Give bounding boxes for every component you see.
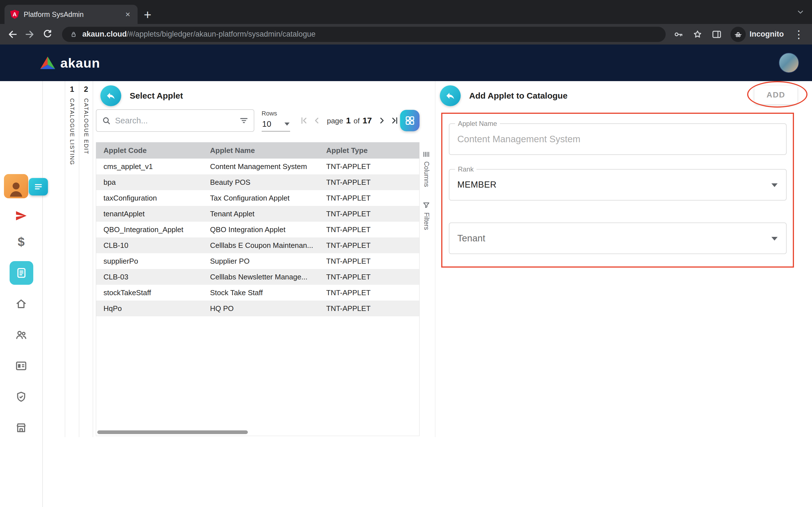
column-header[interactable]: Applet Type xyxy=(325,146,419,155)
next-page-button[interactable] xyxy=(376,115,387,126)
url-text: akaun.cloud/#/applets/bigledger/akaun-pl… xyxy=(82,30,315,39)
table-row[interactable]: cms_applet_v1Content Management SystemTN… xyxy=(96,159,419,174)
dollar-icon[interactable]: $ xyxy=(18,235,24,249)
reply-arrow-icon xyxy=(106,91,116,101)
table-row[interactable]: tenantAppletTenant AppletTNT-APPLET xyxy=(96,206,419,222)
step-tabs: 1 CATALOGUE LISTING 2 CATALOGUE EDIT xyxy=(65,81,93,437)
akaun-triangle-icon xyxy=(39,55,56,70)
tab-title: Platform SysAdmin xyxy=(24,10,123,18)
back-button-select-applet[interactable] xyxy=(100,86,121,106)
columns-icon xyxy=(422,150,430,159)
tab-catalogue-edit[interactable]: 2 CATALOGUE EDIT xyxy=(79,81,93,437)
search-box[interactable] xyxy=(96,109,254,132)
grid-icon xyxy=(404,115,416,126)
table-row[interactable]: CLB-03Celllabs Newsletter Manage...TNT-A… xyxy=(96,269,419,285)
page-indicator: page 1 of 17 xyxy=(327,116,372,125)
browser-menu-icon[interactable]: ⋮ xyxy=(792,29,805,40)
lock-icon xyxy=(69,30,78,39)
tenant-select[interactable]: Tenant xyxy=(449,223,786,254)
last-page-button[interactable] xyxy=(389,115,400,126)
horizontal-scrollbar[interactable] xyxy=(97,431,248,434)
paper-plane-icon[interactable] xyxy=(15,209,28,222)
workspace: $ 1 CATALOGUE LISTING xyxy=(0,81,812,507)
table-header: Applet Code Applet Name Applet Type xyxy=(96,142,419,159)
rank-value: MEMBER xyxy=(449,170,786,200)
tab-search-chevron-icon[interactable] xyxy=(796,8,805,16)
browser-tab[interactable]: A Platform SysAdmin × xyxy=(4,5,138,24)
pagination: page 1 of 17 xyxy=(299,115,400,126)
applet-name-value: Content Management System xyxy=(449,124,786,154)
browser-toolbar: akaun.cloud/#/applets/bigledger/akaun-pl… xyxy=(0,24,812,45)
back-button-add-applet[interactable] xyxy=(440,86,461,106)
prev-page-button[interactable] xyxy=(312,115,322,126)
incognito-icon xyxy=(730,27,746,42)
password-key-icon[interactable] xyxy=(673,29,684,40)
column-header[interactable]: Applet Name xyxy=(209,146,325,155)
grid-view-button[interactable] xyxy=(400,110,419,131)
add-applet-panel: Add Applet to Catalogue ADD Applet Name … xyxy=(440,81,796,507)
new-tab-button[interactable]: + xyxy=(144,8,151,21)
first-page-button[interactable] xyxy=(299,115,309,126)
logo-text: akaun xyxy=(60,55,100,71)
panel-title: Add Applet to Catalogue xyxy=(469,91,567,101)
profile-avatar[interactable] xyxy=(4,174,28,198)
tab-close-icon[interactable]: × xyxy=(123,9,132,20)
side-panel-icon[interactable] xyxy=(711,29,722,40)
akaun-logo: akaun xyxy=(39,55,100,71)
tab-catalogue-listing[interactable]: 1 CATALOGUE LISTING xyxy=(65,81,79,437)
column-header[interactable]: Applet Code xyxy=(96,146,209,155)
table-row[interactable]: stockTakeStaffStock Take StaffTNT-APPLET xyxy=(96,285,419,300)
sidebar: $ xyxy=(0,81,43,507)
columns-toggle[interactable]: Columns xyxy=(422,150,430,187)
address-bar[interactable]: akaun.cloud/#/applets/bigledger/akaun-pl… xyxy=(62,27,666,42)
applet-name-field[interactable]: Applet Name Content Management System xyxy=(449,123,786,155)
reload-button[interactable] xyxy=(42,29,53,40)
angular-favicon-icon: A xyxy=(10,10,19,19)
app-header: akaun xyxy=(0,45,812,81)
add-button[interactable]: ADD xyxy=(755,86,797,104)
filter-list-icon[interactable] xyxy=(239,116,249,125)
people-icon[interactable] xyxy=(15,328,28,341)
filters-toggle[interactable]: Filters xyxy=(422,201,430,230)
rows-per-page-control: Rows 10 xyxy=(262,110,290,131)
storefront-icon[interactable] xyxy=(15,421,28,434)
rank-select[interactable]: Rank MEMBER xyxy=(449,169,786,201)
forward-button[interactable] xyxy=(24,29,36,40)
home-icon[interactable] xyxy=(15,297,28,311)
search-icon xyxy=(101,116,111,125)
table-row[interactable]: bpaBeauty POSTNT-APPLET xyxy=(96,174,419,190)
funnel-icon xyxy=(422,201,430,210)
dropdown-caret-icon xyxy=(771,237,777,240)
bookmark-star-icon[interactable] xyxy=(692,29,703,40)
incognito-badge: Incognito xyxy=(730,27,784,42)
user-avatar[interactable] xyxy=(779,53,799,73)
table-row[interactable]: CLB-10Celllabs E Coupon Maintenan...TNT-… xyxy=(96,237,419,253)
table-row[interactable]: supplierPoSupplier POTNT-APPLET xyxy=(96,253,419,269)
rows-select[interactable]: 10 xyxy=(262,117,290,131)
cards-icon[interactable] xyxy=(15,359,28,372)
table-row[interactable]: QBO_Integration_AppletQBO Integration Ap… xyxy=(96,222,419,237)
applet-table: Applet Code Applet Name Applet Type cms_… xyxy=(96,142,419,436)
reply-arrow-icon xyxy=(445,91,455,101)
menu-toggle-icon[interactable] xyxy=(29,178,48,195)
table-row[interactable]: HqPoHQ POTNT-APPLET xyxy=(96,300,419,316)
dropdown-caret-icon xyxy=(771,183,777,187)
tenant-placeholder: Tenant xyxy=(449,223,786,253)
shield-icon[interactable] xyxy=(15,390,28,403)
search-input[interactable] xyxy=(115,116,239,125)
table-side-rail: Columns Filters xyxy=(421,150,432,230)
table-row[interactable]: taxConfigurationTax Configuration Applet… xyxy=(96,190,419,206)
sidebar-item-catalogue-active[interactable] xyxy=(10,261,33,285)
dropdown-caret-icon xyxy=(285,122,290,126)
journal-icon xyxy=(15,267,28,279)
select-applet-panel: Select Applet Rows 10 xyxy=(96,81,432,507)
panel-title: Select Applet xyxy=(130,91,183,101)
rows-label: Rows xyxy=(262,110,290,117)
browser-tab-strip: A Platform SysAdmin × + xyxy=(0,0,812,24)
back-button[interactable] xyxy=(7,29,18,40)
